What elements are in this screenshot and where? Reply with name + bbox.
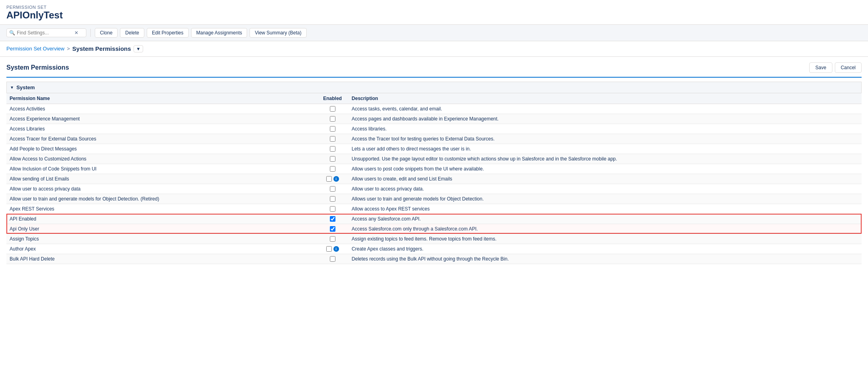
toolbar: 🔍 ✕ Clone Delete Edit Properties Manage … bbox=[0, 25, 868, 41]
permission-name-cell: Apex REST Services bbox=[6, 204, 317, 214]
permission-checkbox[interactable] bbox=[330, 156, 335, 162]
table-row: Access Experience ManagementAccess pages… bbox=[6, 114, 862, 124]
manage-assignments-button[interactable]: Manage Assignments bbox=[191, 28, 247, 38]
search-input[interactable] bbox=[17, 30, 73, 36]
search-wrapper: 🔍 ✕ bbox=[6, 28, 86, 37]
permission-checkbox[interactable] bbox=[330, 196, 335, 202]
collapse-icon: ▼ bbox=[10, 85, 14, 90]
permission-checkbox[interactable] bbox=[330, 136, 335, 142]
table-row: Access Tracer for External Data SourcesA… bbox=[6, 134, 862, 144]
description-cell: Access the Tracer tool for testing queri… bbox=[349, 134, 862, 144]
permission-checkbox[interactable] bbox=[330, 106, 335, 112]
view-summary-button[interactable]: View Summary (Beta) bbox=[249, 28, 306, 38]
col-enabled: Enabled bbox=[317, 93, 349, 104]
enabled-cell[interactable] bbox=[317, 184, 349, 194]
enabled-cell[interactable] bbox=[317, 144, 349, 154]
description-cell: Access any Salesforce.com API. bbox=[349, 214, 862, 224]
permission-checkbox[interactable] bbox=[326, 246, 332, 252]
search-clear-icon[interactable]: ✕ bbox=[74, 30, 78, 36]
description-cell: Access Salesforce.com only through a Sal… bbox=[349, 224, 862, 234]
breadcrumb-dropdown-button[interactable]: ▼ bbox=[134, 45, 144, 52]
table-row: Access LibrariesAccess libraries. bbox=[6, 124, 862, 134]
permission-name-cell: API Enabled bbox=[6, 214, 317, 224]
permission-checkbox[interactable] bbox=[330, 116, 335, 122]
enabled-cell[interactable] bbox=[317, 114, 349, 124]
cancel-button[interactable]: Cancel bbox=[835, 62, 862, 73]
clone-button[interactable]: Clone bbox=[95, 28, 118, 38]
breadcrumb-separator: > bbox=[67, 46, 70, 52]
permission-name-cell: Access Tracer for External Data Sources bbox=[6, 134, 317, 144]
edit-properties-button[interactable]: Edit Properties bbox=[147, 28, 189, 38]
table-row: Allow user to train and generate models … bbox=[6, 194, 862, 204]
content-area: System Permissions Save Cancel ▼ System … bbox=[0, 57, 868, 264]
enabled-cell[interactable] bbox=[317, 194, 349, 204]
permission-name-cell: Author Apex bbox=[6, 244, 317, 254]
save-button[interactable]: Save bbox=[809, 62, 832, 73]
permissions-tbody: Access ActivitiesAccess tasks, events, c… bbox=[6, 104, 862, 264]
enabled-cell[interactable] bbox=[317, 204, 349, 214]
table-row: Allow Access to Customized ActionsUnsupp… bbox=[6, 154, 862, 164]
system-section-header[interactable]: ▼ System bbox=[6, 82, 862, 93]
description-cell: Allow user to access privacy data. bbox=[349, 184, 862, 194]
permission-checkbox[interactable] bbox=[330, 166, 335, 172]
permission-checkbox[interactable] bbox=[330, 146, 335, 152]
enabled-cell[interactable]: i bbox=[317, 174, 349, 184]
enabled-cell[interactable] bbox=[317, 164, 349, 174]
permission-set-label: Permission Set bbox=[6, 5, 862, 10]
permission-name-cell: Bulk API Hard Delete bbox=[6, 254, 317, 264]
enabled-cell[interactable] bbox=[317, 104, 349, 114]
breadcrumb-link[interactable]: Permission Set Overview bbox=[6, 46, 64, 52]
permission-checkbox[interactable] bbox=[330, 186, 335, 192]
enabled-cell[interactable] bbox=[317, 214, 349, 224]
page-header: Permission Set APIOnlyTest bbox=[0, 0, 868, 25]
table-row: Apex REST ServicesAllow access to Apex R… bbox=[6, 204, 862, 214]
description-cell: Access tasks, events, calendar, and emai… bbox=[349, 104, 862, 114]
description-cell: Deletes records using the Bulk API witho… bbox=[349, 254, 862, 264]
description-cell: Allow access to Apex REST services bbox=[349, 204, 862, 214]
enabled-cell[interactable] bbox=[317, 134, 349, 144]
info-icon[interactable]: i bbox=[333, 176, 339, 182]
table-row: Allow sending of List EmailsiAllow users… bbox=[6, 174, 862, 184]
description-cell: Allow users to post code snippets from t… bbox=[349, 164, 862, 174]
permission-checkbox[interactable] bbox=[330, 216, 335, 222]
enabled-cell[interactable] bbox=[317, 234, 349, 244]
permission-name-cell: Add People to Direct Messages bbox=[6, 144, 317, 154]
enabled-cell[interactable] bbox=[317, 254, 349, 264]
enabled-cell[interactable]: i bbox=[317, 244, 349, 254]
table-row: Allow Inclusion of Code Snippets from UI… bbox=[6, 164, 862, 174]
enabled-cell[interactable] bbox=[317, 124, 349, 134]
section-title: System Permissions bbox=[6, 64, 69, 71]
breadcrumb: Permission Set Overview > System Permiss… bbox=[0, 41, 868, 57]
section-header: System Permissions Save Cancel bbox=[6, 57, 862, 78]
permission-name-cell: Allow user to train and generate models … bbox=[6, 194, 317, 204]
enabled-cell[interactable] bbox=[317, 154, 349, 164]
delete-button[interactable]: Delete bbox=[120, 28, 144, 38]
col-permission-name: Permission Name bbox=[6, 93, 317, 104]
permission-checkbox[interactable] bbox=[330, 226, 335, 232]
permission-name-cell: Access Libraries bbox=[6, 124, 317, 134]
table-row: Api Only UserAccess Salesforce.com only … bbox=[6, 224, 862, 234]
permission-name-cell: Allow Access to Customized Actions bbox=[6, 154, 317, 164]
table-row: Allow user to access privacy dataAllow u… bbox=[6, 184, 862, 194]
table-row: Access ActivitiesAccess tasks, events, c… bbox=[6, 104, 862, 114]
enabled-cell[interactable] bbox=[317, 224, 349, 234]
permission-checkbox[interactable] bbox=[330, 236, 335, 242]
info-icon[interactable]: i bbox=[333, 246, 339, 252]
description-cell: Allow users to create, edit and send Lis… bbox=[349, 174, 862, 184]
permission-name-cell: Api Only User bbox=[6, 224, 317, 234]
permission-checkbox[interactable] bbox=[330, 126, 335, 132]
section-actions: Save Cancel bbox=[809, 62, 862, 73]
table-row: Add People to Direct MessagesLets a user… bbox=[6, 144, 862, 154]
search-icon: 🔍 bbox=[9, 30, 15, 36]
col-description: Description bbox=[349, 93, 862, 104]
permission-checkbox[interactable] bbox=[326, 176, 332, 182]
page-title: APIOnlyTest bbox=[6, 10, 862, 21]
table-row: Bulk API Hard DeleteDeletes records usin… bbox=[6, 254, 862, 264]
permission-name-cell: Allow user to access privacy data bbox=[6, 184, 317, 194]
permission-checkbox[interactable] bbox=[330, 256, 335, 262]
breadcrumb-current: System Permissions bbox=[72, 45, 131, 52]
description-cell: Create Apex classes and triggers. bbox=[349, 244, 862, 254]
permission-checkbox[interactable] bbox=[330, 206, 335, 212]
toolbar-divider bbox=[90, 29, 91, 37]
description-cell: Unsupported. Use the page layout editor … bbox=[349, 154, 862, 164]
